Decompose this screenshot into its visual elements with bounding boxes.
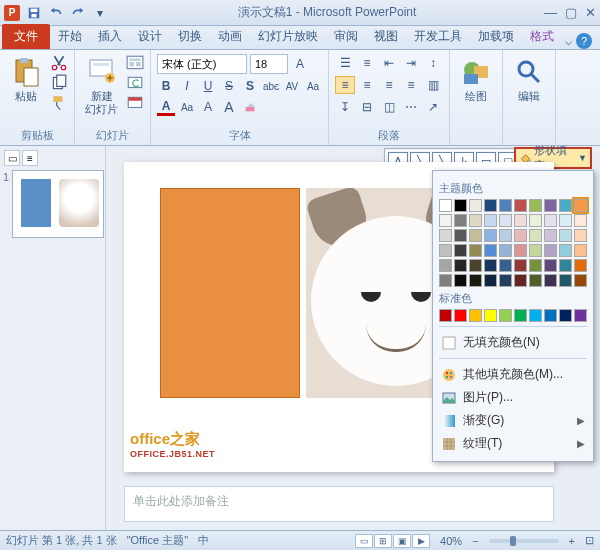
cut-icon[interactable]	[50, 54, 68, 72]
text-direction-icon[interactable]: ↧	[335, 98, 355, 116]
color-swatch[interactable]	[499, 259, 512, 272]
change-case-icon[interactable]: AV	[283, 77, 301, 95]
orange-rectangle-shape[interactable]	[160, 188, 300, 398]
clear-format-icon[interactable]: Aa	[304, 77, 322, 95]
minimize-button[interactable]: —	[544, 5, 557, 20]
color-swatch[interactable]	[469, 229, 482, 242]
columns-icon[interactable]: ▥	[423, 76, 443, 94]
shrink-font-icon[interactable]: A	[199, 98, 217, 116]
align-right-icon[interactable]: ≡	[379, 76, 399, 94]
color-swatch[interactable]	[574, 214, 587, 227]
color-swatch[interactable]	[454, 259, 467, 272]
color-swatch[interactable]	[454, 199, 467, 212]
outline-tab-icon[interactable]: ≡	[22, 150, 38, 166]
para-extra-icon[interactable]: ↗	[423, 98, 443, 116]
slideshow-view-icon[interactable]: ▶	[412, 534, 430, 548]
color-swatch[interactable]	[544, 229, 557, 242]
color-swatch[interactable]	[454, 229, 467, 242]
status-lang[interactable]: 中	[198, 533, 209, 548]
color-swatch[interactable]	[514, 259, 527, 272]
align-left-icon[interactable]: ≡	[335, 76, 355, 94]
color-swatch[interactable]	[484, 244, 497, 257]
color-swatch[interactable]	[559, 199, 572, 212]
sorter-view-icon[interactable]: ⊞	[374, 534, 392, 548]
paste-button[interactable]: 粘贴	[6, 54, 46, 105]
color-swatch[interactable]	[574, 259, 587, 272]
color-swatch[interactable]	[439, 259, 452, 272]
file-tab[interactable]: 文件	[2, 24, 50, 49]
notes-pane[interactable]: 单击此处添加备注	[124, 486, 554, 522]
close-button[interactable]: ✕	[585, 5, 596, 20]
copy-icon[interactable]	[50, 74, 68, 92]
color-swatch[interactable]	[559, 244, 572, 257]
highlight-icon[interactable]: Aa	[178, 98, 196, 116]
color-swatch[interactable]	[454, 214, 467, 227]
color-swatch[interactable]	[544, 199, 557, 212]
color-swatch[interactable]	[454, 244, 467, 257]
zoom-in-icon[interactable]: +	[569, 535, 575, 547]
color-swatch[interactable]	[469, 274, 482, 287]
color-swatch[interactable]	[514, 199, 527, 212]
indent-inc-icon[interactable]: ⇥	[401, 54, 421, 72]
color-swatch[interactable]	[529, 309, 542, 322]
color-swatch[interactable]	[469, 244, 482, 257]
drawing-button[interactable]: 绘图	[456, 54, 496, 105]
color-swatch[interactable]	[544, 259, 557, 272]
color-swatch[interactable]	[514, 309, 527, 322]
color-swatch[interactable]	[559, 274, 572, 287]
color-swatch[interactable]	[484, 199, 497, 212]
color-swatch[interactable]	[529, 214, 542, 227]
tab-developer[interactable]: 开发工具	[406, 24, 470, 49]
more-colors-item[interactable]: 其他填充颜色(M)...	[439, 363, 587, 386]
underline-button[interactable]: U	[199, 77, 217, 95]
color-swatch[interactable]	[484, 214, 497, 227]
tab-review[interactable]: 审阅	[326, 24, 366, 49]
font-color-icon[interactable]: A	[157, 98, 175, 116]
picture-fill-item[interactable]: 图片(P)...	[439, 386, 587, 409]
color-swatch[interactable]	[439, 229, 452, 242]
color-swatch[interactable]	[559, 309, 572, 322]
layout-icon[interactable]	[126, 54, 144, 72]
color-swatch[interactable]	[544, 244, 557, 257]
tab-format[interactable]: 格式	[522, 24, 562, 49]
color-swatch[interactable]	[574, 229, 587, 242]
bold-button[interactable]: B	[157, 77, 175, 95]
tab-slideshow[interactable]: 幻灯片放映	[250, 24, 326, 49]
color-swatch[interactable]	[559, 259, 572, 272]
italic-button[interactable]: I	[178, 77, 196, 95]
color-swatch[interactable]	[439, 274, 452, 287]
color-swatch[interactable]	[484, 259, 497, 272]
color-swatch[interactable]	[529, 259, 542, 272]
para-more-icon[interactable]: ⋯	[401, 98, 421, 116]
line-spacing-icon[interactable]: ↕	[423, 54, 443, 72]
strike-button[interactable]: S	[220, 77, 238, 95]
color-swatch[interactable]	[469, 214, 482, 227]
zoom-level[interactable]: 40%	[440, 535, 462, 547]
color-swatch[interactable]	[544, 309, 557, 322]
qat-dropdown-icon[interactable]: ▾	[90, 3, 110, 23]
font-size-combo[interactable]: 18	[250, 54, 288, 74]
bullets-icon[interactable]: ☰	[335, 54, 355, 72]
editing-button[interactable]: 编辑	[509, 54, 549, 105]
tab-home[interactable]: 开始	[50, 24, 90, 49]
color-swatch[interactable]	[529, 274, 542, 287]
color-swatch[interactable]	[484, 229, 497, 242]
gradient-fill-item[interactable]: 渐变(G) ▶	[439, 409, 587, 432]
thumbnails-tab-icon[interactable]: ▭	[4, 150, 20, 166]
color-swatch[interactable]	[469, 309, 482, 322]
ribbon-minimize-icon[interactable]: ⌵	[565, 34, 572, 48]
zoom-slider[interactable]	[489, 539, 559, 543]
tab-view[interactable]: 视图	[366, 24, 406, 49]
color-swatch[interactable]	[439, 309, 452, 322]
redo-icon[interactable]	[68, 3, 88, 23]
shadow-button[interactable]: S	[241, 77, 259, 95]
color-swatch[interactable]	[499, 229, 512, 242]
tab-design[interactable]: 设计	[130, 24, 170, 49]
color-swatch[interactable]	[574, 199, 587, 212]
fit-window-icon[interactable]: ⊡	[585, 534, 594, 547]
color-swatch[interactable]	[514, 214, 527, 227]
tab-transitions[interactable]: 切换	[170, 24, 210, 49]
reading-view-icon[interactable]: ▣	[393, 534, 411, 548]
normal-view-icon[interactable]: ▭	[355, 534, 373, 548]
color-swatch[interactable]	[574, 244, 587, 257]
